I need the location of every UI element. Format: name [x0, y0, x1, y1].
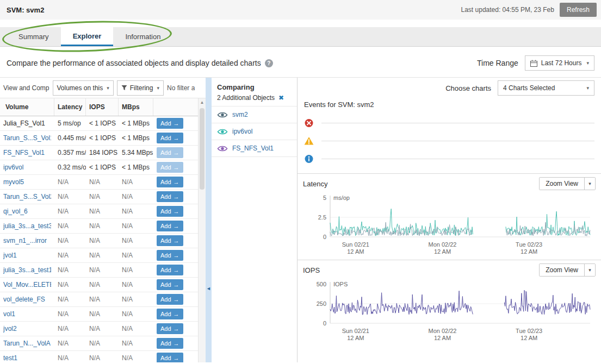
volume-link[interactable]: ipv6vol	[3, 164, 23, 171]
comparing-item[interactable]: svm2	[212, 106, 297, 123]
volume-link[interactable]: qi_vol_6	[3, 208, 28, 215]
volume-link[interactable]: test1	[3, 354, 17, 362]
zoom-view-button[interactable]: Zoom View	[540, 178, 584, 190]
volume-link[interactable]: Tarun_N..._VolA	[3, 340, 51, 347]
volume-link[interactable]: Tarun_S...S_Vol1	[3, 134, 51, 142]
arrow-right-icon: →	[174, 208, 179, 215]
volume-link[interactable]: julia_3s...a_test3	[3, 222, 51, 230]
subheader: Compare the performance of associated ob…	[0, 47, 601, 77]
comparing-items: svm2ipv6volFS_NFS_Vol1	[212, 106, 297, 157]
volume-link[interactable]: vol1	[3, 310, 15, 318]
add-button[interactable]: Add→	[157, 118, 183, 129]
column-header-latency[interactable]: Latency	[54, 98, 86, 116]
column-header-volume[interactable]: Volume	[0, 98, 54, 116]
eye-icon	[217, 145, 228, 152]
comparing-item-name[interactable]: ipv6vol	[232, 128, 252, 135]
add-button-label: Add	[160, 179, 171, 185]
help-icon[interactable]: ?	[265, 59, 273, 67]
table-scrollbar[interactable]: ▲	[198, 98, 206, 362]
close-icon[interactable]: ✖	[278, 94, 284, 102]
svg-text:Sun 02/21: Sun 02/21	[342, 241, 369, 248]
svg-text:0: 0	[323, 320, 326, 327]
volume-link[interactable]: Tarun_S...S_Vol2	[3, 193, 51, 200]
cell-volume: Tarun_S...S_Vol1	[0, 131, 54, 145]
cell-mbps: < 1 MBps	[119, 131, 153, 145]
tab-summary[interactable]: Summary	[7, 27, 61, 46]
add-button-label: Add	[160, 252, 171, 259]
add-button[interactable]: Add→	[157, 133, 183, 143]
volume-link[interactable]: julia_3s...a_test1	[3, 266, 51, 274]
cell-volume: julia_3s...a_test3	[0, 219, 54, 233]
add-button[interactable]: Add→	[157, 265, 183, 275]
scope-dropdown[interactable]: Volumes on this ▾	[53, 80, 114, 96]
volume-link[interactable]: jvol1	[3, 252, 17, 259]
add-button[interactable]: Add→	[157, 221, 183, 231]
cell-mbps: N/A	[119, 190, 153, 204]
cell-actions: Add→	[153, 278, 190, 292]
add-button[interactable]: Add→	[157, 250, 183, 261]
add-button[interactable]: Add→	[157, 162, 183, 173]
zoom-view-caret-button[interactable]: ▾	[584, 264, 595, 276]
svg-text:12 AM: 12 AM	[521, 248, 537, 255]
svg-text:ms/op: ms/op	[333, 194, 350, 201]
scrollbar-thumb[interactable]	[200, 108, 205, 190]
cell-actions: Add→	[153, 234, 190, 248]
chart-cards: LatencyZoom View▾02.55ms/opSun 02/2112 A…	[298, 173, 601, 346]
add-button[interactable]: Add→	[157, 353, 183, 362]
time-range-dropdown[interactable]: Last 72 Hours ▾	[525, 55, 594, 71]
choose-charts-dropdown[interactable]: 4 Charts Selected ▾	[498, 80, 594, 96]
topbar-right: Last updated: 04:55 PM, 23 Feb Refresh	[461, 3, 597, 17]
add-button[interactable]: Add→	[157, 338, 183, 349]
add-button-label: Add	[160, 237, 171, 244]
warning-icon	[304, 136, 314, 146]
svg-text:IOPS: IOPS	[333, 281, 348, 287]
cell-actions: Add→	[153, 190, 190, 204]
column-header-mbps[interactable]: MBps	[119, 98, 153, 116]
volume-link[interactable]: jvol2	[3, 325, 17, 332]
cell-latency: N/A	[54, 322, 86, 336]
filtering-dropdown[interactable]: Filtering ▾	[117, 80, 164, 96]
add-button[interactable]: Add→	[157, 294, 183, 305]
add-button[interactable]: Add→	[157, 235, 183, 246]
collapse-strip[interactable]: ◄	[206, 78, 212, 362]
cell-latency: N/A	[54, 292, 86, 306]
refresh-button[interactable]: Refresh	[560, 3, 597, 17]
add-button[interactable]: Add→	[157, 279, 183, 290]
add-button[interactable]: Add→	[157, 177, 183, 187]
description-wrap: Compare the performance of associated ob…	[7, 59, 273, 67]
arrow-right-icon: →	[174, 193, 179, 200]
svg-text:Mon 02/22: Mon 02/22	[429, 328, 457, 334]
volume-link[interactable]: myvol5	[3, 178, 24, 186]
add-button[interactable]: Add→	[157, 309, 183, 319]
comparing-item-name[interactable]: FS_NFS_Vol1	[232, 145, 274, 152]
tab-information[interactable]: Information	[113, 27, 172, 46]
cell-latency: N/A	[54, 219, 86, 233]
cell-volume: julia_3s...a_test1	[0, 263, 54, 277]
cell-actions: Add→	[153, 219, 190, 233]
arrow-right-icon: →	[174, 281, 179, 288]
comparing-item[interactable]: FS_NFS_Vol1	[212, 140, 297, 157]
comparing-item-name[interactable]: svm2	[232, 111, 248, 118]
cell-latency: N/A	[54, 351, 86, 362]
volume-link[interactable]: vol_delete_FS	[3, 296, 45, 303]
time-range-value: Last 72 Hours	[541, 59, 582, 67]
info-icon	[304, 154, 314, 164]
cell-latency: N/A	[54, 204, 86, 218]
add-button[interactable]: Add→	[157, 191, 183, 202]
zoom-view-caret-button[interactable]: ▾	[584, 178, 595, 190]
volume-link[interactable]: FS_NFS_Vol1	[3, 149, 45, 156]
column-header-iops[interactable]: IOPS	[86, 98, 119, 116]
tab-explorer[interactable]: Explorer	[61, 27, 114, 46]
table-row: Tarun_S...S_Vol2N/AN/AN/AAdd→	[0, 190, 206, 204]
add-button[interactable]: Add→	[157, 323, 183, 334]
cell-volume: Tarun_S...S_Vol2	[0, 190, 54, 204]
svg-text:12 AM: 12 AM	[434, 248, 451, 255]
zoom-view-button[interactable]: Zoom View	[540, 264, 584, 276]
volume-link[interactable]: svm_n1_...irror	[3, 237, 47, 244]
add-button-label: Add	[160, 267, 171, 273]
volume-link[interactable]: Vol_Mov...ELETE	[3, 281, 51, 288]
comparing-item[interactable]: ipv6vol	[212, 123, 297, 140]
add-button[interactable]: Add→	[157, 147, 183, 158]
scroll-up-icon[interactable]: ▲	[199, 98, 206, 106]
add-button[interactable]: Add→	[157, 206, 183, 217]
